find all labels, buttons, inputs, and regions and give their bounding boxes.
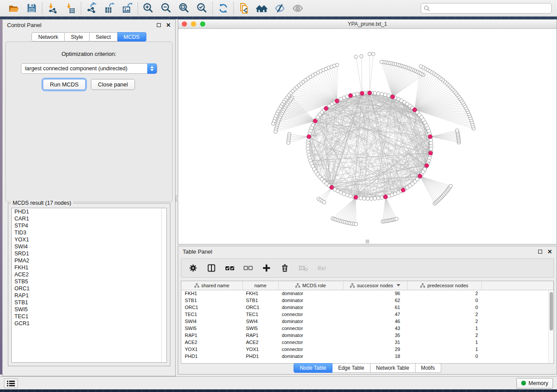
export-table-icon[interactable]: [104, 2, 115, 14]
column-layout-icon[interactable]: [207, 263, 216, 273]
open-file-icon[interactable]: [8, 2, 20, 14]
cell-mcds_role: dominator: [278, 318, 343, 325]
hide-details-icon[interactable]: [274, 2, 286, 14]
tab-edge-table[interactable]: Edge Table: [332, 363, 370, 373]
clone-network-icon[interactable]: [238, 2, 250, 14]
search-input[interactable]: [432, 5, 549, 11]
select-all-checkboxes-icon[interactable]: [225, 263, 235, 273]
export-image-icon[interactable]: [121, 2, 133, 14]
cell-shared_name: RAP1: [181, 332, 242, 339]
column-header-successor-nodes[interactable]: successor nodes: [343, 281, 407, 290]
cell-successor_nodes: 35: [343, 332, 407, 339]
svg-text:f(x): f(x): [317, 265, 326, 271]
cell-name: FKH1: [242, 290, 278, 297]
task-history-button[interactable]: [4, 378, 18, 388]
float-panel-icon[interactable]: [157, 23, 161, 27]
mcds-result-item[interactable]: STB1: [12, 299, 166, 306]
mcds-result-item[interactable]: FKH1: [12, 264, 166, 271]
close-panel-icon[interactable]: ✕: [166, 22, 171, 28]
split-divider-handle[interactable]: [176, 196, 178, 202]
optimization-criterion-label: Optimization criterion:: [6, 51, 172, 57]
table-row[interactable]: ACE2ACE2connector311: [181, 339, 554, 346]
mcds-result-item[interactable]: ORC1: [12, 285, 166, 292]
mcds-result-item[interactable]: TEC1: [12, 313, 166, 320]
cell-mcds_role: connector: [278, 311, 343, 318]
zoom-fit-icon[interactable]: [178, 2, 190, 14]
cell-successor_nodes: 61: [343, 304, 407, 311]
cell-successor_nodes: 18: [343, 353, 407, 360]
table-scrollbar-thumb[interactable]: [550, 292, 553, 330]
mcds-result-item[interactable]: GCR1: [12, 320, 166, 327]
tab-motifs[interactable]: Motifs: [415, 363, 441, 373]
mcds-result-item[interactable]: SWI5: [12, 306, 166, 313]
cell-predecessor_nodes: 2: [407, 311, 481, 318]
add-column-icon[interactable]: [262, 263, 271, 273]
table-row[interactable]: YOX1YOX1connector291: [181, 346, 554, 353]
network-canvas[interactable]: [178, 29, 557, 244]
mcds-result-list: PHD1CAR1STP4TID3YOX1SWI4SRD1PMA2FKH1ACE2…: [11, 208, 167, 363]
settings-gear-icon[interactable]: [188, 263, 198, 273]
network-overview-icon[interactable]: [256, 2, 268, 14]
list-icon: [7, 380, 15, 386]
pane-resize-handle[interactable]: [366, 240, 369, 243]
zoom-selected-icon[interactable]: [196, 2, 208, 14]
column-header-shared-name[interactable]: shared name: [181, 281, 242, 290]
tab-style[interactable]: Style: [65, 32, 90, 41]
mcds-result-item[interactable]: RAP1: [12, 292, 166, 299]
mcds-result-item[interactable]: PMA2: [12, 257, 166, 264]
node-table-container: shared namenameMCDS rolesuccessor nodesp…: [181, 281, 554, 364]
cell-name: YOX1: [242, 346, 278, 353]
mcds-result-item[interactable]: SWI4: [12, 243, 166, 250]
control-panel-title: Control Panel: [7, 22, 42, 28]
mcds-result-item[interactable]: PHD1: [12, 208, 166, 215]
mcds-result-item[interactable]: STB5: [12, 278, 166, 285]
mcds-result-item[interactable]: STP4: [12, 222, 166, 229]
memory-status-icon: [521, 381, 526, 385]
mcds-result-item[interactable]: ACE2: [12, 271, 166, 278]
close-panel-button[interactable]: Close panel: [91, 79, 135, 90]
mcds-result-item[interactable]: SRD1: [12, 250, 166, 257]
tab-network[interactable]: Network: [31, 32, 65, 41]
save-session-icon[interactable]: [26, 2, 38, 14]
import-table-icon[interactable]: [65, 2, 76, 14]
float-panel-icon[interactable]: [538, 250, 542, 254]
cell-mcds_role: connector: [278, 346, 343, 353]
column-header-MCDS-role[interactable]: MCDS role: [278, 281, 343, 290]
criterion-select[interactable]: largest connected component (undirected): [21, 63, 157, 74]
close-panel-icon[interactable]: ✕: [547, 249, 552, 254]
mcds-result-item[interactable]: CAR1: [12, 215, 166, 222]
table-row[interactable]: FKH1FKH1dominator962: [181, 290, 554, 297]
table-row[interactable]: STB1STB1dominator620: [181, 297, 554, 304]
deselect-all-checkboxes-icon[interactable]: [243, 263, 253, 273]
tab-select[interactable]: Select: [90, 32, 118, 41]
cell-shared_name: STB1: [181, 297, 242, 304]
zoom-out-icon[interactable]: [160, 2, 172, 14]
network-window-title: YPA_prune.txt_1: [178, 21, 557, 27]
zoom-in-icon[interactable]: [142, 2, 154, 14]
table-row[interactable]: SWI4SWI4dominator462: [181, 318, 554, 325]
column-header-predecessor-nodes[interactable]: predecessor nodes: [407, 281, 481, 290]
tab-mcds[interactable]: MCDS: [118, 32, 146, 41]
tab-node-table[interactable]: Node Table: [294, 363, 332, 373]
table-row[interactable]: ORC1ORC1dominator610: [181, 304, 554, 311]
memory-button[interactable]: Memory: [516, 378, 553, 389]
import-network-icon[interactable]: [47, 2, 59, 14]
delete-column-icon[interactable]: [280, 263, 290, 273]
column-header-name[interactable]: name: [242, 281, 278, 290]
table-row[interactable]: PHD1PHD1dominator180: [181, 353, 554, 360]
mcds-result-item[interactable]: YOX1: [12, 236, 166, 243]
show-details-icon[interactable]: [292, 2, 304, 14]
mcds-result-item[interactable]: TID3: [12, 229, 166, 236]
cell-mcds_role: connector: [278, 325, 343, 332]
run-mcds-button[interactable]: Run MCDS: [43, 79, 86, 90]
refresh-layout-icon[interactable]: [217, 2, 229, 14]
export-network-icon[interactable]: [86, 2, 97, 14]
tab-network-table[interactable]: Network Table: [370, 363, 415, 373]
column-header-filler: [481, 281, 554, 290]
table-row[interactable]: TEC1TEC1connector472: [181, 311, 554, 318]
table-toolbar: f(x): [181, 258, 554, 278]
table-row[interactable]: RAP1RAP1dominator352: [181, 332, 554, 339]
search-box[interactable]: [421, 3, 552, 14]
table-row[interactable]: SWI5SWI5connector431: [181, 325, 554, 332]
function-builder-icon: f(x): [317, 263, 326, 273]
